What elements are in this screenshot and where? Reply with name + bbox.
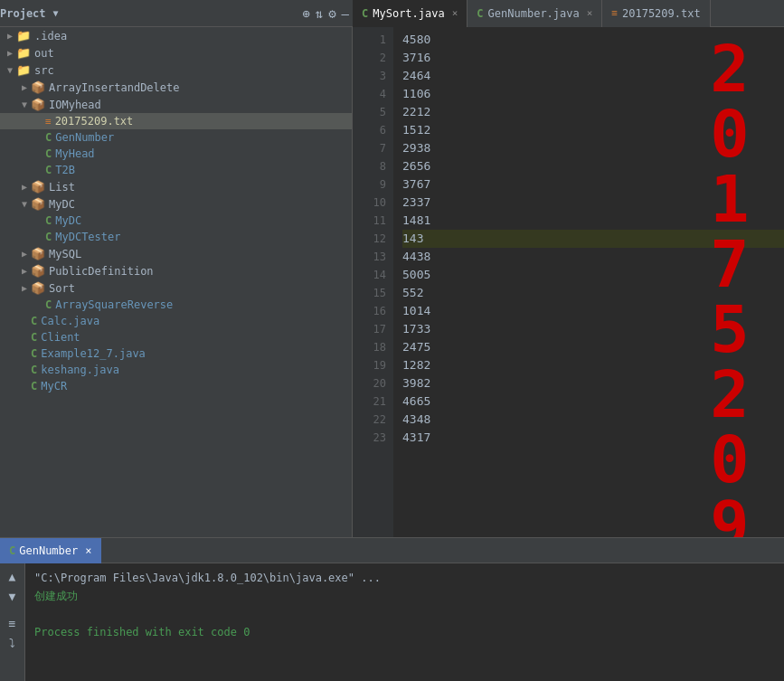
label-iomyhead: IOMyhead xyxy=(49,99,101,111)
tree-item-mysql[interactable]: ▶ 📦 MySQL xyxy=(0,245,352,262)
console-output-line1: 创建成功 xyxy=(34,587,775,605)
code-line-7: 2938 xyxy=(402,139,784,157)
code-line-4: 1106 xyxy=(402,85,784,103)
java-icon-mydctester: C xyxy=(45,231,52,243)
editor-code-content[interactable]: 4580371624641106221215122938265637672337… xyxy=(393,27,784,537)
code-line-16: 1014 xyxy=(402,302,784,320)
scroll-up-button[interactable]: ▲ xyxy=(4,567,22,585)
tab-txt-icon: ≡ xyxy=(611,7,618,19)
java-icon-mycr: C xyxy=(31,380,37,393)
console-command-line: "C:\Program Files\Java\jdk1.8.0_102\bin\… xyxy=(34,569,775,587)
arrow-arrayinsert: ▶ xyxy=(18,82,31,92)
tree-item-example[interactable]: ▶ C Example12_7.java xyxy=(0,345,352,362)
tab-close-mysort[interactable]: × xyxy=(452,7,458,19)
bottom-tab-java-icon: C xyxy=(9,544,15,557)
label-idea: .idea xyxy=(34,30,67,43)
line-number-9: 9 xyxy=(353,175,386,194)
tree-item-client[interactable]: ▶ C Client xyxy=(0,329,352,345)
tab-txt[interactable]: ≡ 20175209.txt xyxy=(602,0,710,27)
console-output-line3: Process finished with exit code 0 xyxy=(34,623,775,641)
code-line-23: 4317 xyxy=(402,429,784,447)
arrow-iomyhead: ▼ xyxy=(18,99,31,109)
arrow-mysql: ▶ xyxy=(18,249,31,259)
globe-icon[interactable]: ⊕ xyxy=(302,6,309,21)
bottom-side-toolbar: ▲ ▼ ≡ ⤵ xyxy=(0,563,25,681)
java-icon-keshang: C xyxy=(31,364,37,376)
folder-icon-idea: 📁 xyxy=(16,29,31,43)
label-mysql: MySQL xyxy=(49,248,81,260)
line-number-8: 8 xyxy=(353,157,386,175)
tab-java-icon: C xyxy=(362,7,368,20)
code-line-18: 2475 xyxy=(402,338,784,356)
code-line-8: 2656 xyxy=(402,157,784,175)
tree-item-gennumber[interactable]: ▶ C GenNumber xyxy=(0,129,352,146)
code-line-20: 3982 xyxy=(402,374,784,393)
tab-close-gennumber[interactable]: × xyxy=(587,7,593,19)
console-output: "C:\Program Files\Java\jdk1.8.0_102\bin\… xyxy=(25,563,784,681)
tree-item-publicdef[interactable]: ▶ 📦 PublicDefinition xyxy=(0,262,352,279)
line-number-21: 21 xyxy=(353,393,386,411)
tree-item-myhead[interactable]: ▶ C MyHead xyxy=(0,146,352,162)
folder-icon-arrayinsert: 📦 xyxy=(31,80,45,94)
code-editor[interactable]: 1234567891011121314151617181920212223 45… xyxy=(353,27,784,537)
line-number-11: 11 xyxy=(353,212,386,230)
tree-item-mydc-file[interactable]: ▶ C MyDC xyxy=(0,213,352,229)
bottom-tab-bar: C GenNumber × xyxy=(0,538,784,563)
code-line-1: 4580 xyxy=(402,31,784,49)
code-line-12: 143 xyxy=(402,230,784,248)
folder-icon-src: 📁 xyxy=(16,63,31,77)
tab-mysort-label: MySort.java xyxy=(373,7,444,20)
tree-item-keshang[interactable]: ▶ C keshang.java xyxy=(0,362,352,378)
label-arraysquare: ArraySquareReverse xyxy=(55,298,173,311)
tree-item-mydc-pkg[interactable]: ▼ 📦 MyDC xyxy=(0,195,352,213)
tree-item-arraysquare[interactable]: ▶ C ArraySquareReverse xyxy=(0,297,352,313)
line-number-5: 5 xyxy=(353,103,386,121)
java-icon-mydc: C xyxy=(45,214,52,227)
bottom-tab-close[interactable]: × xyxy=(85,544,91,557)
arrow-mydc: ▼ xyxy=(18,199,31,209)
label-out: out xyxy=(34,47,54,60)
bottom-tab-label: GenNumber xyxy=(19,544,78,557)
tree-item-src[interactable]: ▼ 📁 src xyxy=(0,61,352,79)
tree-item-mycr[interactable]: ▶ C MyCR xyxy=(0,378,352,394)
wrap-button[interactable]: ⤵ xyxy=(4,634,22,652)
bottom-tab-gennumber[interactable]: C GenNumber × xyxy=(0,538,101,563)
tree-item-list[interactable]: ▶ 📦 List xyxy=(0,178,352,195)
tree-item-t2b[interactable]: ▶ C T2B xyxy=(0,162,352,178)
tab-mysort[interactable]: C MySort.java × xyxy=(353,0,468,27)
line-number-14: 14 xyxy=(353,266,386,284)
tree-item-mydctester[interactable]: ▶ C MyDCTester xyxy=(0,229,352,245)
code-line-11: 1481 xyxy=(402,212,784,230)
filter-button[interactable]: ≡ xyxy=(4,614,22,632)
folder-icon-mydc: 📦 xyxy=(31,197,45,211)
folder-icon-iomyhead: 📦 xyxy=(31,98,45,111)
arrow-sort: ▶ xyxy=(18,283,31,293)
tree-item-idea[interactable]: ▶ 📁 .idea xyxy=(0,27,352,44)
arrow-src: ▼ xyxy=(4,65,16,75)
line-number-2: 2 xyxy=(353,49,386,67)
top-tab-bar: Project ▼ ⊕ ⇅ ⚙ — C MySort.java × C GenN… xyxy=(0,0,784,27)
line-number-10: 10 xyxy=(353,194,386,212)
tab-gennumber[interactable]: C GenNumber.java × xyxy=(468,0,602,27)
scroll-down-button[interactable]: ▼ xyxy=(4,587,22,605)
arrow-list: ▶ xyxy=(18,182,31,192)
minimize-icon[interactable]: — xyxy=(342,6,349,21)
label-myhead: MyHead xyxy=(55,147,94,160)
dropdown-arrow-icon[interactable]: ▼ xyxy=(53,8,59,18)
label-publicdef: PublicDefinition xyxy=(49,265,154,278)
line-number-12: 12 xyxy=(353,230,386,248)
line-number-17: 17 xyxy=(353,320,386,338)
sidebar-action-icons: ⊕ ⇅ ⚙ — xyxy=(302,6,349,21)
tree-item-out[interactable]: ▶ 📁 out xyxy=(0,44,352,61)
settings-icon[interactable]: ⚙ xyxy=(328,6,335,21)
tree-item-sort[interactable]: ▶ 📦 Sort xyxy=(0,279,352,297)
code-line-2: 3716 xyxy=(402,49,784,67)
code-line-9: 3767 xyxy=(402,175,784,194)
sync-icon[interactable]: ⇅ xyxy=(316,6,323,21)
tree-item-20175209txt[interactable]: ▶ ≡ 20175209.txt xyxy=(0,113,352,129)
tree-item-calcjava[interactable]: ▶ C Calc.java xyxy=(0,313,352,329)
txt-file-icon: ≡ xyxy=(45,116,52,128)
tree-item-arrayinsert[interactable]: ▶ 📦 ArrayInsertandDelete xyxy=(0,79,352,96)
java-icon-myhead: C xyxy=(45,147,52,160)
tree-item-iomyhead[interactable]: ▼ 📦 IOMyhead xyxy=(0,96,352,113)
